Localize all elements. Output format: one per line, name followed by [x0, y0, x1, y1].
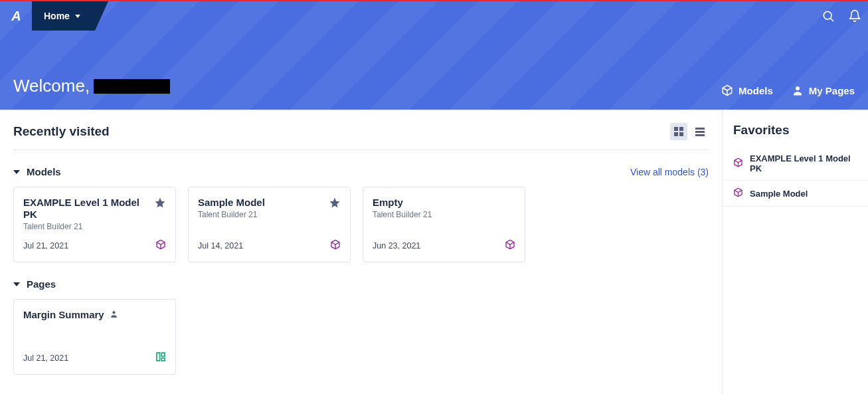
welcome-heading: Welcome,: [13, 76, 170, 96]
bell-icon: [848, 9, 861, 23]
grid-view-button[interactable]: [670, 123, 687, 140]
welcome-prefix: Welcome,: [13, 76, 90, 96]
chevron-down-icon: [13, 170, 20, 174]
home-tab[interactable]: Home: [32, 1, 95, 31]
models-section-label: Models: [27, 166, 61, 177]
cube-icon: [505, 239, 515, 250]
cube-icon: [721, 84, 733, 96]
list-view-button[interactable]: [691, 123, 709, 140]
models-section-toggle[interactable]: Models: [13, 166, 61, 177]
favorites-title: Favorites: [723, 123, 868, 147]
svg-rect-6: [161, 358, 165, 361]
svg-rect-4: [157, 353, 160, 361]
view-all-models-link[interactable]: View all models (3): [630, 167, 709, 177]
card-title: Empty: [373, 197, 432, 209]
app-logo[interactable]: A: [0, 1, 32, 31]
pages-section-toggle[interactable]: Pages: [13, 278, 56, 290]
chevron-down-icon: [13, 282, 20, 286]
grid-icon: [674, 127, 683, 136]
redacted-username: [94, 79, 170, 94]
notifications-button[interactable]: [841, 1, 868, 31]
svg-point-3: [112, 311, 115, 314]
star-icon: [329, 197, 341, 209]
svg-line-1: [831, 19, 833, 21]
cube-icon: [330, 239, 341, 250]
card-subtitle: Talent Builder 21: [23, 222, 149, 231]
dashboard-icon: [155, 351, 166, 362]
search-icon: [822, 9, 835, 23]
cube-icon: [733, 187, 743, 199]
card-subtitle: Talent Builder 21: [198, 210, 265, 219]
favorites-sidebar: Favorites EXAMPLE Level 1 Model PK Sampl…: [722, 110, 868, 394]
recently-visited-title: Recently visited: [13, 124, 110, 139]
main-content: Recently visited Models View all models …: [0, 110, 722, 394]
favorite-label: EXAMPLE Level 1 Model PK: [750, 153, 857, 173]
models-link[interactable]: Models: [721, 84, 773, 96]
model-card[interactable]: EXAMPLE Level 1 Model PK Talent Builder …: [13, 187, 176, 262]
model-type-icon: [330, 239, 341, 252]
star-icon: [154, 197, 166, 209]
model-type-icon: [505, 239, 515, 252]
favorite-toggle[interactable]: [329, 197, 341, 209]
person-icon: [110, 309, 118, 321]
model-type-icon: [155, 239, 166, 252]
svg-rect-5: [161, 353, 165, 356]
favorite-label: Sample Model: [750, 189, 808, 199]
card-date: Jul 21, 2021: [23, 241, 68, 250]
favorite-toggle[interactable]: [154, 197, 166, 209]
svg-point-2: [796, 86, 800, 90]
header: A Home Welcome, Models My Pages: [0, 1, 868, 110]
card-date: Jun 23, 2021: [373, 241, 420, 250]
list-icon: [695, 128, 705, 136]
pages-section-label: Pages: [27, 278, 56, 290]
cube-icon: [155, 239, 166, 250]
view-toggle: [670, 123, 709, 140]
page-type-icon: [155, 351, 166, 365]
card-title: Margin Summary: [23, 309, 104, 321]
card-date: Jul 14, 2021: [198, 241, 243, 250]
chevron-down-icon: [75, 15, 80, 18]
card-date: Jul 21, 2021: [23, 353, 68, 363]
models-link-label: Models: [738, 85, 773, 96]
mypages-link-label: My Pages: [809, 85, 855, 96]
home-tab-label: Home: [44, 11, 70, 21]
model-card[interactable]: Sample Model Talent Builder 21 Jul 14, 2…: [188, 187, 351, 262]
search-button[interactable]: [815, 1, 841, 31]
page-card[interactable]: Margin Summary Jul 21, 2021: [13, 299, 176, 375]
mypages-link[interactable]: My Pages: [792, 84, 855, 96]
card-title: EXAMPLE Level 1 Model PK: [23, 197, 149, 221]
model-card[interactable]: Empty Talent Builder 21 Jun 23, 2021: [363, 187, 525, 262]
card-title: Sample Model: [198, 197, 265, 209]
favorite-item[interactable]: Sample Model: [723, 181, 868, 207]
favorite-item[interactable]: EXAMPLE Level 1 Model PK: [723, 147, 868, 181]
person-icon: [792, 84, 804, 96]
card-subtitle: Talent Builder 21: [373, 210, 432, 219]
cube-icon: [733, 157, 743, 169]
